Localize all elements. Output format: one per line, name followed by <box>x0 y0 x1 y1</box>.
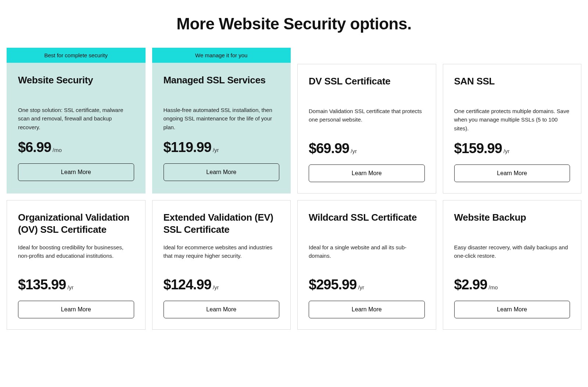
pricing-grid: Best for complete security Website Secur… <box>0 48 588 330</box>
card-price-line: $135.99 /yr <box>18 277 134 293</box>
card-price: $2.99 <box>454 277 487 293</box>
card-period: /mo <box>53 147 62 153</box>
card-body: DV SSL Certificate Domain Validation SSL… <box>297 64 436 194</box>
card-price-line: $119.99 /yr <box>164 140 280 155</box>
card-title: Website Backup <box>454 211 570 236</box>
card-price-line: $295.99 /yr <box>309 277 425 293</box>
page-heading: More Website Security options. <box>0 15 588 33</box>
pricing-card: Best for complete security Website Secur… <box>7 48 146 194</box>
card-period: /yr <box>351 148 357 154</box>
card-price: $119.99 <box>164 140 211 155</box>
card-body: Managed SSL Services Hassle-free automat… <box>152 63 291 194</box>
card-title: DV SSL Certificate <box>309 75 425 100</box>
card-description: Ideal for a single website and all its s… <box>309 243 425 270</box>
card-title: Website Security <box>18 74 134 98</box>
card-body: Extended Validation (EV) SSL Certificate… <box>152 200 291 330</box>
card-body: Website Security One stop solution: SSL … <box>7 63 146 194</box>
learn-more-button[interactable]: Learn More <box>454 164 570 182</box>
card-price-line: $159.99 /yr <box>454 141 570 156</box>
card-body: SAN SSL One certificate protects multipl… <box>443 64 582 194</box>
learn-more-button[interactable]: Learn More <box>164 163 280 181</box>
learn-more-button[interactable]: Learn More <box>454 301 570 318</box>
card-price: $69.99 <box>309 141 349 156</box>
card-description: One stop solution: SSL certificate, malw… <box>18 106 134 132</box>
card-title: Managed SSL Services <box>164 74 280 98</box>
card-body: Organizational Validation (OV) SSL Certi… <box>7 200 146 330</box>
card-description: One certificate protects multiple domain… <box>454 107 570 133</box>
card-price: $6.99 <box>18 140 51 155</box>
learn-more-button[interactable]: Learn More <box>309 164 425 182</box>
card-body: Website Backup Easy disaster recovery, w… <box>443 200 582 330</box>
card-price: $135.99 <box>18 277 66 293</box>
card-price: $159.99 <box>454 141 502 156</box>
card-title: Extended Validation (EV) SSL Certificate <box>164 211 280 236</box>
card-period: /yr <box>358 284 364 290</box>
card-description: Ideal for boosting credibility for busin… <box>18 243 134 270</box>
pricing-card: Wildcard SSL Certificate Ideal for a sin… <box>297 200 436 330</box>
pricing-card: DV SSL Certificate Domain Validation SSL… <box>297 48 436 194</box>
pricing-card: SAN SSL One certificate protects multipl… <box>443 48 582 194</box>
card-description: Ideal for ecommerce websites and industr… <box>164 243 280 270</box>
pricing-card: Organizational Validation (OV) SSL Certi… <box>7 200 146 330</box>
learn-more-button[interactable]: Learn More <box>18 163 134 181</box>
pricing-card: We manage it for you Managed SSL Service… <box>152 48 291 194</box>
card-description: Easy disaster recovery, with daily backu… <box>454 243 570 270</box>
card-price-line: $6.99 /mo <box>18 140 134 155</box>
learn-more-button[interactable]: Learn More <box>309 301 425 318</box>
card-title: Organizational Validation (OV) SSL Certi… <box>18 211 134 236</box>
card-price-line: $69.99 /yr <box>309 141 425 156</box>
card-period: /mo <box>489 284 498 290</box>
card-period: /yr <box>213 147 219 153</box>
card-body: Wildcard SSL Certificate Ideal for a sin… <box>297 200 436 330</box>
learn-more-button[interactable]: Learn More <box>18 301 134 318</box>
card-title: SAN SSL <box>454 75 570 100</box>
card-title: Wildcard SSL Certificate <box>309 211 425 236</box>
card-period: /yr <box>503 148 510 154</box>
card-price: $295.99 <box>309 277 356 293</box>
card-price-line: $124.99 /yr <box>164 277 280 293</box>
card-description: Hassle-free automated SSL installation, … <box>164 106 280 132</box>
card-description: Domain Validation SSL certificate that p… <box>309 107 425 133</box>
pricing-card: Website Backup Easy disaster recovery, w… <box>443 200 582 330</box>
card-price: $124.99 <box>164 277 211 293</box>
card-period: /yr <box>67 284 74 290</box>
pricing-card: Extended Validation (EV) SSL Certificate… <box>152 200 291 330</box>
card-badge: We manage it for you <box>152 48 291 63</box>
card-price-line: $2.99 /mo <box>454 277 570 293</box>
card-badge: Best for complete security <box>7 48 146 63</box>
card-period: /yr <box>213 284 219 290</box>
learn-more-button[interactable]: Learn More <box>164 301 280 318</box>
